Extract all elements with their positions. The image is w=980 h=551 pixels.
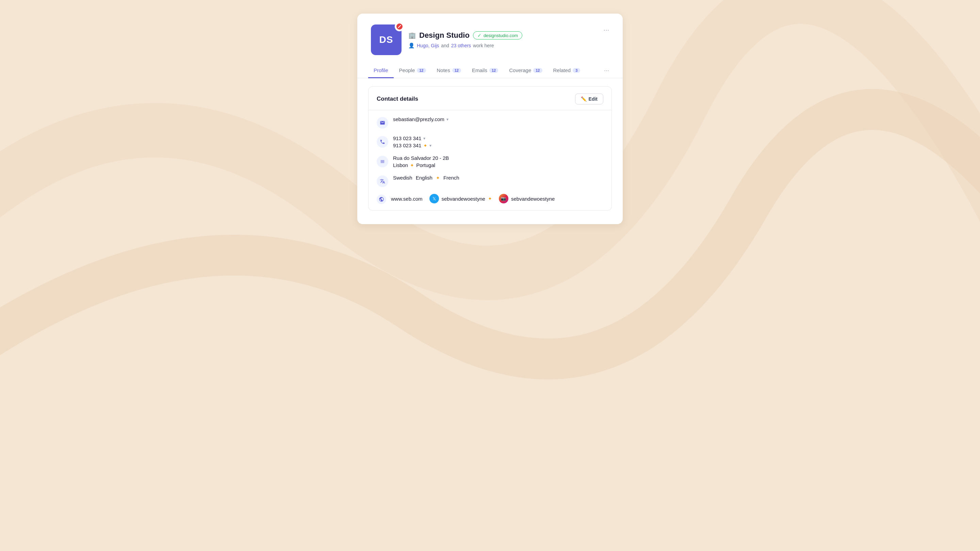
check-icon: ✓ <box>477 33 482 38</box>
globe-icon <box>379 197 384 202</box>
lang1-value: Swedish <box>393 175 412 181</box>
instagram-icon: 📷 <box>501 196 506 201</box>
lang2-value: English <box>416 175 433 181</box>
company-header: DS 🏢 Design Studio ✓ designstudio.com 👤 … <box>357 14 623 63</box>
contact-header: Contact details ✏️ Edit <box>369 87 611 110</box>
twitter-icon-wrap: 𝕏 <box>430 194 439 203</box>
language-icon-wrap <box>377 176 388 187</box>
email-values: sebastian@prezly.com ▾ <box>393 116 603 122</box>
globe-icon-wrap <box>377 195 386 204</box>
country-value: Portugal <box>416 162 435 168</box>
tabs-bar: Profile People 12 Notes 12 Emails 12 Cov… <box>357 63 623 78</box>
email-chevron-icon[interactable]: ▾ <box>447 117 449 122</box>
instagram-handle: sebvandewoestyne <box>511 196 555 202</box>
twitter-item: 𝕏 sebvandewoestyne ✦ <box>430 194 492 203</box>
email-icon-wrap <box>377 117 388 129</box>
tab-related-badge: 3 <box>573 68 580 73</box>
city-spark-icon: ✦ <box>410 163 414 168</box>
address-icon-wrap <box>377 156 388 167</box>
contact-section-title: Contact details <box>377 95 418 102</box>
email-icon <box>380 120 385 125</box>
address-row: Rua do Salvador 20 - 2B Lisbon ✦ Portuga… <box>369 152 611 171</box>
lang3-value: French <box>443 175 460 181</box>
phone-icon-wrap <box>377 136 388 148</box>
tab-emails-badge: 12 <box>489 68 498 73</box>
phone1-chevron-icon[interactable]: ▾ <box>423 136 425 141</box>
block-badge <box>395 22 404 31</box>
tab-notes[interactable]: Notes 12 <box>431 63 466 78</box>
people-others-link[interactable]: 23 others <box>451 43 471 48</box>
contact-details-section: Contact details ✏️ Edit sebastian@prezly… <box>368 86 612 211</box>
twitter-spark-icon: ✦ <box>488 196 492 202</box>
more-options-button[interactable]: ··· <box>601 24 612 35</box>
tab-emails[interactable]: Emails 12 <box>466 63 504 78</box>
twitter-handle: sebvandewoestyne <box>442 196 485 202</box>
avatar-wrapper: DS <box>371 24 401 55</box>
people-names-link[interactable]: Hugo, Gijs <box>417 43 439 48</box>
company-info: 🏢 Design Studio ✓ designstudio.com 👤 Hug… <box>408 31 609 49</box>
street-row: Rua do Salvador 20 - 2B <box>393 155 603 161</box>
edit-pencil-icon: ✏️ <box>581 96 587 102</box>
email-row: sebastian@prezly.com ▾ <box>369 113 611 132</box>
street-value: Rua do Salvador 20 - 2B <box>393 155 449 161</box>
website-url: designstudio.com <box>484 33 518 38</box>
email-address: sebastian@prezly.com <box>393 116 444 122</box>
phone2-spark-icon: ✦ <box>423 143 427 148</box>
address-icon <box>380 159 385 164</box>
instagram-icon-wrap: 📷 <box>499 194 508 203</box>
twitter-icon: 𝕏 <box>433 196 436 202</box>
tab-coverage[interactable]: Coverage 12 <box>504 63 547 78</box>
tab-people[interactable]: People 12 <box>394 63 431 78</box>
phone2-row: 913 023 341 ✦ ▾ <box>393 143 603 148</box>
phone2-value: 913 023 341 <box>393 143 421 148</box>
lang-row: Swedish English ✦ French <box>393 175 603 181</box>
phone-values: 913 023 341 ▾ 913 023 341 ✦ ▾ <box>393 135 603 148</box>
phone1-row: 913 023 341 ▾ <box>393 135 603 141</box>
website-badge[interactable]: ✓ designstudio.com <box>473 31 522 40</box>
social-links-row: www.seb.com 𝕏 sebvandewoestyne ✦ 📷 <box>391 194 603 203</box>
language-icon <box>380 179 385 184</box>
language-values: Swedish English ✦ French <box>393 175 603 181</box>
phone2-chevron-icon[interactable]: ▾ <box>430 143 431 148</box>
website-item: www.seb.com <box>391 196 423 202</box>
tab-profile[interactable]: Profile <box>368 63 394 78</box>
tabs-more-button[interactable]: ··· <box>601 64 612 77</box>
lang2-spark-icon: ✦ <box>436 175 440 181</box>
tab-notes-badge: 12 <box>452 68 461 73</box>
contact-body: sebastian@prezly.com ▾ 913 023 341 ▾ <box>369 110 611 210</box>
social-values: www.seb.com 𝕏 sebvandewoestyne ✦ 📷 <box>391 194 603 203</box>
company-name: Design Studio <box>419 31 469 40</box>
city-country-row: Lisbon ✦ Portugal <box>393 162 603 168</box>
company-name-row: 🏢 Design Studio ✓ designstudio.com <box>408 31 609 40</box>
phone-row: 913 023 341 ▾ 913 023 341 ✦ ▾ <box>369 132 611 152</box>
city-value: Lisbon <box>393 162 408 168</box>
people-and: and <box>441 43 449 48</box>
person-icon: 👤 <box>408 43 415 49</box>
phone-icon <box>380 139 385 144</box>
building-icon: 🏢 <box>408 32 416 39</box>
tab-coverage-badge: 12 <box>533 68 542 73</box>
address-values: Rua do Salvador 20 - 2B Lisbon ✦ Portuga… <box>393 155 603 168</box>
block-icon <box>396 23 403 30</box>
tab-people-badge: 12 <box>417 68 426 73</box>
main-card: DS 🏢 Design Studio ✓ designstudio.com 👤 … <box>357 14 623 224</box>
email-value-row: sebastian@prezly.com ▾ <box>393 116 603 122</box>
language-row: Swedish English ✦ French <box>369 171 611 191</box>
tab-related[interactable]: Related 3 <box>548 63 586 78</box>
website-value: www.seb.com <box>391 196 423 202</box>
edit-button[interactable]: ✏️ Edit <box>575 94 603 105</box>
phone1-value: 913 023 341 <box>393 135 421 141</box>
social-row: www.seb.com 𝕏 sebvandewoestyne ✦ 📷 <box>369 191 611 208</box>
people-postfix: work here <box>473 43 494 48</box>
people-row: 👤 Hugo, Gijs and 23 others work here <box>408 43 609 49</box>
instagram-item: 📷 sebvandewoestyne <box>499 194 555 203</box>
